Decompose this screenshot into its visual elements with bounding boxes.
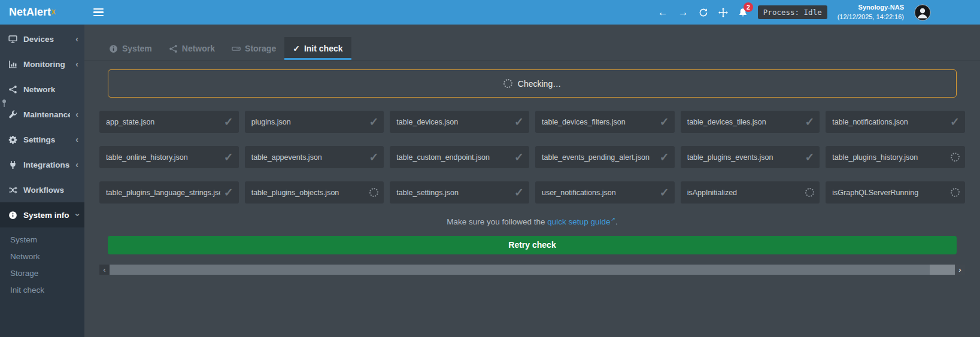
checking-banner: Checking… xyxy=(108,69,957,98)
check-icon: ✓ xyxy=(293,44,300,53)
check-label: app_state.json xyxy=(106,118,220,126)
horizontal-scrollbar[interactable]: ‹ › xyxy=(99,265,965,275)
check-label: isAppInitialized xyxy=(687,189,802,197)
move-icon[interactable] xyxy=(718,8,728,17)
check-done-icon: ✓ xyxy=(224,151,233,163)
check-label: table_plugins_language_strings.json xyxy=(106,189,220,197)
chevron-left-icon: ‹ xyxy=(75,34,78,44)
check-card: table_plugins_events.json✓ xyxy=(681,146,820,168)
storage-icon xyxy=(232,44,241,53)
app-logo[interactable]: NetAlertX xyxy=(0,0,84,25)
monitoring-icon xyxy=(8,60,18,69)
sidebar-item-label: Devices xyxy=(23,35,70,44)
scroll-left-button[interactable]: ‹ xyxy=(99,265,110,275)
sidebar-item-system-info[interactable]: System info‹ xyxy=(0,202,84,227)
check-label: table_plugins_events.json xyxy=(687,153,802,162)
sidebar-subitem-network[interactable]: Network xyxy=(0,248,84,265)
scroll-right-button[interactable]: › xyxy=(955,265,965,275)
check-card: table_devices_tiles.json✓ xyxy=(681,111,820,133)
sidebar-toggle-button[interactable] xyxy=(93,8,104,17)
host-name: Synology-NAS xyxy=(838,3,904,12)
sidebar-submenu: SystemNetworkStorageInit check xyxy=(0,227,84,337)
check-label: table_plugins_history.json xyxy=(832,153,947,162)
sidebar-subitem-system[interactable]: System xyxy=(0,231,84,248)
sidebar-item-label: Workflows xyxy=(23,186,78,195)
checking-status-text: Checking… xyxy=(518,79,561,89)
back-icon[interactable]: ← xyxy=(658,7,668,17)
host-time: (12/12/2025, 14:22:16) xyxy=(838,13,904,22)
workflows-icon xyxy=(8,186,18,195)
notifications-button[interactable]: 2 xyxy=(738,8,748,17)
settings-icon xyxy=(8,135,18,144)
sidebar-item-network[interactable]: Network xyxy=(0,77,84,102)
check-done-icon: ✓ xyxy=(805,116,814,127)
scrollbar-track[interactable] xyxy=(110,265,955,275)
sidebar-subitem-init-check[interactable]: Init check xyxy=(0,281,84,298)
sidebar-subitem-storage[interactable]: Storage xyxy=(0,265,84,281)
scrollbar-thumb[interactable] xyxy=(110,265,930,275)
main-content: SystemNetworkStorage✓Init check Checking… xyxy=(84,25,980,337)
check-done-icon: ✓ xyxy=(660,116,669,127)
logo-text: NetAlert xyxy=(9,6,51,19)
sidebar-item-maintenance[interactable]: Maintenance‹ xyxy=(0,102,84,127)
check-card: isAppInitialized xyxy=(681,181,820,204)
spinner-icon xyxy=(369,188,378,197)
check-label: table_notifications.json xyxy=(832,118,946,126)
check-card: table_online_history.json✓ xyxy=(99,146,239,168)
check-label: table_events_pending_alert.json xyxy=(542,153,656,162)
chevron-left-icon: ‹ xyxy=(75,160,78,169)
check-done-icon: ✓ xyxy=(660,187,669,198)
quick-setup-link-label: quick setup guide xyxy=(547,217,610,226)
check-card: table_plugins_history.json xyxy=(826,146,965,168)
check-card: user_notifications.json✓ xyxy=(535,181,675,204)
refresh-icon[interactable] xyxy=(699,8,708,17)
setup-note: Make sure you followed the quick setup g… xyxy=(84,216,980,226)
host-info: Synology-NAS (12/12/2025, 14:22:16) xyxy=(838,3,904,22)
spinner-icon xyxy=(951,153,960,162)
logo-sup: X xyxy=(51,9,56,16)
check-card: table_events_pending_alert.json✓ xyxy=(535,146,675,168)
check-done-icon: ✓ xyxy=(514,151,524,163)
spinner-icon xyxy=(503,79,512,88)
check-done-icon: ✓ xyxy=(224,187,233,198)
tab-label: System xyxy=(122,44,152,53)
check-done-icon: ✓ xyxy=(369,116,378,127)
check-label: table_devices.json xyxy=(396,118,511,126)
check-done-icon: ✓ xyxy=(224,116,233,127)
sidebar-item-label: Monitoring xyxy=(23,60,70,69)
check-card: table_plugins_objects.json xyxy=(245,181,384,204)
sidebar-item-devices[interactable]: Devices‹ xyxy=(0,26,84,51)
quick-setup-link[interactable]: quick setup guide↗ xyxy=(547,217,615,226)
sidebar-item-label: Maintenance xyxy=(23,110,70,119)
init-check-grid: app_state.json✓plugins.json✓table_device… xyxy=(99,111,965,204)
retry-check-button[interactable]: Retry check xyxy=(108,236,957,254)
sidebar-item-settings[interactable]: Settings‹ xyxy=(0,127,84,152)
check-card: table_notifications.json✓ xyxy=(826,111,965,133)
tab-system[interactable]: System xyxy=(101,37,160,60)
sidebar-item-monitoring[interactable]: Monitoring‹ xyxy=(0,51,84,77)
tab-storage[interactable]: Storage xyxy=(223,37,284,60)
process-status-badge: Process: Idle xyxy=(758,5,827,19)
tab-init-check[interactable]: ✓Init check xyxy=(284,37,351,60)
check-done-icon: ✓ xyxy=(950,116,960,127)
sidebar-item-label: Settings xyxy=(23,135,70,144)
notification-count-badge: 2 xyxy=(744,2,753,12)
network-icon xyxy=(169,44,178,53)
user-avatar[interactable] xyxy=(914,4,931,21)
maintenance-icon xyxy=(8,110,18,119)
spinner-icon xyxy=(951,188,960,197)
check-label: table_custom_endpoint.json xyxy=(396,153,511,162)
check-done-icon: ✓ xyxy=(514,187,524,198)
sidebar-item-integrations[interactable]: Integrations‹ xyxy=(0,152,84,177)
sidebar-item-label: Network xyxy=(23,85,78,94)
check-label: table_appevents.json xyxy=(251,153,366,162)
forward-icon[interactable]: → xyxy=(678,7,688,17)
check-done-icon: ✓ xyxy=(660,151,669,163)
chevron-left-icon: ‹ xyxy=(75,135,78,144)
tab-network[interactable]: Network xyxy=(160,37,223,60)
tab-label: Storage xyxy=(245,44,276,53)
top-header: NetAlertX ← → 2 Process: Idle Synology-N… xyxy=(0,0,980,25)
sidebar: Devices‹Monitoring‹NetworkMaintenance‹Se… xyxy=(0,25,84,337)
sidebar-item-workflows[interactable]: Workflows xyxy=(0,177,84,202)
sidebar-menu: Devices‹Monitoring‹NetworkMaintenance‹Se… xyxy=(0,25,84,227)
